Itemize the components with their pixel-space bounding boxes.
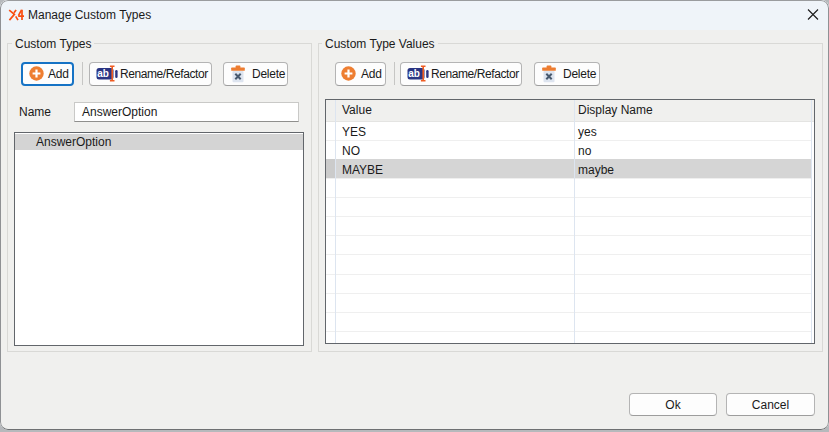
- svg-text:ab: ab: [408, 68, 420, 79]
- svg-text:ab: ab: [97, 68, 109, 79]
